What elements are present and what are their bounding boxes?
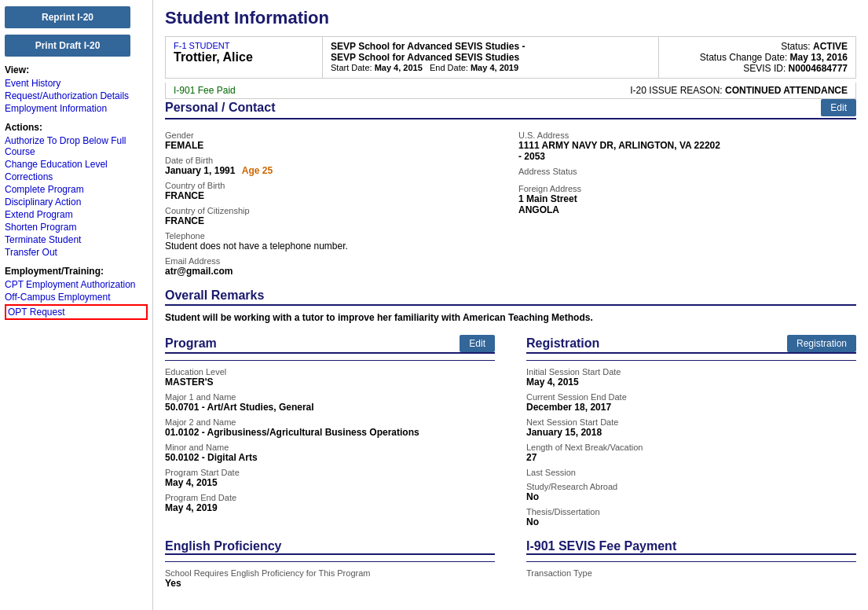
status-change-label: Status Change Date:	[700, 52, 787, 63]
program-title: Program	[165, 336, 217, 351]
program-section: Program Edit Education Level MASTER'S Ma…	[165, 335, 511, 527]
issue-reason: I-20 ISSUE REASON: CONTINUED ATTENDANCE	[630, 85, 848, 96]
sidebar-item-opt-request[interactable]: OPT Request	[5, 304, 148, 320]
break-length-value: 27	[526, 452, 856, 463]
registration-divider	[526, 360, 856, 361]
status-change-line: Status Change Date: May 13, 2016	[667, 52, 848, 63]
prog-end-label: Program End Date	[165, 493, 495, 502]
email-value: atr@gmail.com	[165, 266, 503, 277]
sidebar-item-employment-info[interactable]: Employment Information	[5, 103, 148, 114]
status-col: Status: ACTIVE Status Change Date: May 1…	[659, 37, 855, 78]
sidebar-item-complete-program[interactable]: Complete Program	[5, 184, 148, 195]
sidebar-item-extend-program[interactable]: Extend Program	[5, 209, 148, 220]
i901-fee-title: I-901 SEVIS Fee Payment	[526, 539, 676, 553]
sidebar-item-cpt-employment[interactable]: CPT Employment Authorization	[5, 279, 148, 290]
remarks-text: Student will be working with a tutor to …	[165, 312, 856, 323]
program-header: Program Edit	[165, 335, 495, 354]
transaction-type-label: Transaction Type	[526, 568, 856, 578]
initial-session-label: Initial Session Start Date	[526, 367, 856, 377]
current-session-label: Current Session End Date	[526, 392, 856, 402]
sidebar-item-authorize-drop[interactable]: Authorize To Drop Below Full Course	[5, 135, 148, 157]
program-edit-button[interactable]: Edit	[460, 335, 495, 352]
break-length-label: Length of Next Break/Vacation	[526, 443, 856, 452]
program-divider	[165, 360, 495, 361]
program-registration-row: Program Edit Education Level MASTER'S Ma…	[165, 335, 856, 527]
current-session-value: December 18, 2017	[526, 402, 856, 413]
registration-button[interactable]: Registration	[787, 335, 856, 352]
page-title: Student Information	[165, 8, 856, 28]
coc-value: FRANCE	[165, 215, 503, 226]
sevis-id-line: SEVIS ID: N0004684777	[667, 63, 848, 74]
sidebar-item-change-edu[interactable]: Change Education Level	[5, 159, 148, 170]
sidebar-item-terminate-student[interactable]: Terminate Student	[5, 234, 148, 245]
initial-session-value: May 4, 2015	[526, 377, 856, 388]
last-session-value: No	[526, 491, 856, 502]
thesis-value: No	[526, 516, 856, 527]
us-address-line1: 1111 ARMY NAVY DR, ARLINGTON, VA 22202	[518, 140, 856, 151]
overall-remarks-section: Overall Remarks Student will be working …	[165, 288, 856, 323]
sevis-id-value: N0004684777	[789, 63, 848, 74]
cob-label: Country of Birth	[165, 181, 503, 190]
cob-value: FRANCE	[165, 190, 503, 201]
sidebar-item-event-history[interactable]: Event History	[5, 78, 148, 89]
student-header: F-1 STUDENT Trottier, Alice SEVP School …	[165, 36, 856, 79]
us-address-line2: - 2053	[518, 151, 856, 162]
sidebar-item-request-auth[interactable]: Request/Authorization Details	[5, 90, 148, 101]
school-name-line1: SEVP School for Advanced SEVIS Studies -	[331, 41, 650, 52]
student-type: F-1 STUDENT	[174, 41, 314, 50]
status-line: Status: ACTIVE	[667, 41, 848, 52]
coc-label: Country of Citizenship	[165, 206, 503, 215]
address-status-label: Address Status	[518, 167, 856, 176]
overall-remarks-header: Overall Remarks	[165, 288, 856, 306]
registration-header: Registration Registration	[526, 335, 856, 354]
english-proficiency-section: English Proficiency School Requires Engl…	[165, 539, 511, 589]
requires-value: Yes	[165, 578, 495, 589]
personal-contact-edit-button[interactable]: Edit	[821, 99, 856, 116]
view-label: View:	[5, 64, 148, 75]
edu-level-label: Education Level	[165, 367, 495, 377]
thesis-label: Thesis/Dissertation	[526, 507, 856, 516]
next-session-label: Next Session Start Date	[526, 417, 856, 427]
next-session-value: January 15, 2018	[526, 427, 856, 438]
fee-bar: I-901 Fee Paid I-20 ISSUE REASON: CONTIN…	[165, 83, 856, 99]
bottom-sections: English Proficiency School Requires Engl…	[165, 539, 856, 589]
prog-start-value: May 4, 2015	[165, 477, 495, 488]
school-name-line2: SEVP School for Advanced SEVIS Studies	[331, 52, 650, 63]
foreign-address-line2: ANGOLA	[518, 204, 856, 215]
actions-label: Actions:	[5, 122, 148, 133]
sidebar-item-disciplinary-action[interactable]: Disciplinary Action	[5, 197, 148, 208]
registration-title: Registration	[526, 336, 599, 351]
us-address-label: U.S. Address	[518, 130, 856, 140]
telephone-label: Telephone	[165, 231, 503, 241]
minor-label: Minor and Name	[165, 443, 495, 452]
main-content: Student Information F-1 STUDENT Trottier…	[153, 0, 868, 610]
personal-contact-right: U.S. Address 1111 ARMY NAVY DR, ARLINGTO…	[518, 126, 856, 277]
english-proficiency-title: English Proficiency	[165, 539, 281, 553]
major2-label: Major 2 and Name	[165, 417, 495, 427]
issue-reason-label: I-20 ISSUE REASON:	[630, 85, 722, 96]
sidebar-item-off-campus[interactable]: Off-Campus Employment	[5, 292, 148, 303]
start-date-label: Start Date:	[331, 63, 372, 72]
major1-label: Major 1 and Name	[165, 392, 495, 402]
reprint-i20-button[interactable]: Reprint I-20	[5, 6, 130, 28]
i901-fee-header: I-901 SEVIS Fee Payment	[526, 539, 856, 555]
sidebar: Reprint I-20 Print Draft I-20 View: Even…	[0, 0, 153, 610]
prog-start-label: Program Start Date	[165, 468, 495, 477]
major1-value: 50.0701 - Art/Art Studies, General	[165, 402, 495, 413]
sidebar-item-corrections[interactable]: Corrections	[5, 171, 148, 182]
overall-remarks-title: Overall Remarks	[165, 288, 264, 303]
personal-contact-title: Personal / Contact	[165, 101, 275, 115]
i901-divider	[526, 561, 856, 562]
print-draft-i20-button[interactable]: Print Draft I-20	[5, 35, 130, 57]
sidebar-item-transfer-out[interactable]: Transfer Out	[5, 247, 148, 258]
edu-level-value: MASTER'S	[165, 377, 495, 388]
end-date-label: End Date:	[430, 63, 468, 72]
sidebar-item-shorten-program[interactable]: Shorten Program	[5, 222, 148, 233]
gender-value: FEMALE	[165, 140, 503, 151]
student-identity-col: F-1 STUDENT Trottier, Alice	[166, 37, 323, 78]
foreign-address-label: Foreign Address	[518, 184, 856, 193]
last-session-label: Last Session	[526, 468, 856, 477]
sevis-id-label: SEVIS ID:	[743, 63, 786, 74]
start-date: May 4, 2015	[375, 63, 423, 72]
prog-end-value: May 4, 2019	[165, 502, 495, 513]
